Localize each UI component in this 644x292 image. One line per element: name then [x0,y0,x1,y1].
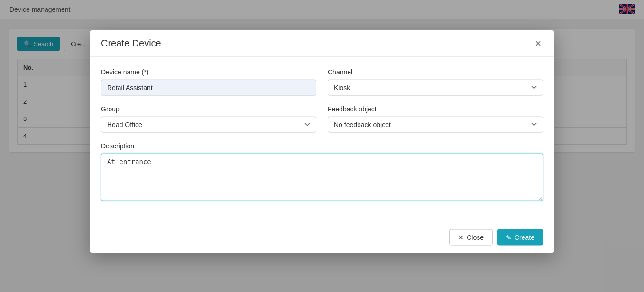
modal-header: Create Device × [90,30,554,57]
device-name-input[interactable] [101,80,316,96]
form-row-2: Group Head Office Branch 1 Branch 2 Feed… [101,105,543,133]
create-submit-button[interactable]: ✎ Create [497,229,543,246]
create-submit-label: Create [515,234,534,241]
description-textarea[interactable]: At entrance [101,154,543,201]
group-group: Group Head Office Branch 1 Branch 2 [101,105,316,133]
close-x-icon: ✕ [458,234,464,241]
channel-group: Channel Kiosk Email Web [328,68,543,96]
channel-label: Channel [328,68,543,76]
description-group: Description At entrance [101,142,543,201]
feedback-group: Feedback object No feedback object Optio… [328,105,543,133]
description-label: Description [101,142,543,150]
modal-footer: ✕ Close ✎ Create [90,222,554,253]
modal-body: Device name (*) Channel Kiosk Email Web … [90,57,554,222]
form-row-1: Device name (*) Channel Kiosk Email Web [101,68,543,96]
edit-icon: ✎ [506,234,512,241]
form-row-3: Description At entrance [101,142,543,201]
modal-title: Create Device [101,38,161,49]
device-name-label: Device name (*) [101,68,316,76]
feedback-label: Feedback object [328,105,543,113]
channel-select[interactable]: Kiosk Email Web [328,80,543,96]
close-modal-button[interactable]: ✕ Close [449,229,493,246]
feedback-select[interactable]: No feedback object Option 1 Option 2 [328,117,543,133]
device-name-group: Device name (*) [101,68,316,96]
group-label: Group [101,105,316,113]
close-modal-label: Close [467,234,484,241]
modal-close-button[interactable]: × [533,38,543,48]
group-select[interactable]: Head Office Branch 1 Branch 2 [101,117,316,133]
create-device-modal: Create Device × Device name (*) Channel … [90,30,554,253]
